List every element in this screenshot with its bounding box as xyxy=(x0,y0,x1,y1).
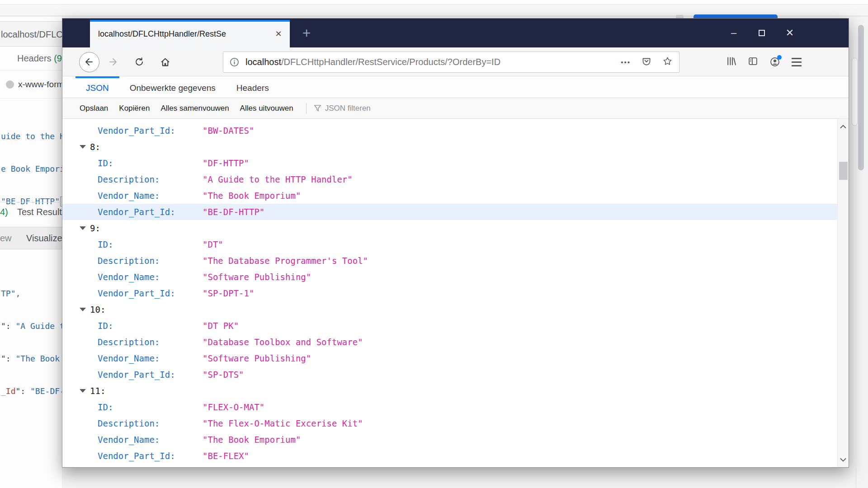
account-button[interactable] xyxy=(769,56,780,67)
background-body-type-row[interactable]: x-www-form xyxy=(0,70,62,99)
forward-button[interactable] xyxy=(103,47,123,76)
scrollbar-track[interactable] xyxy=(837,119,849,467)
new-tab-button[interactable]: + xyxy=(295,23,318,44)
code-line: TP", xyxy=(1,288,62,299)
json-key: Vendor_Part_Id: xyxy=(98,370,203,380)
collapse-twisty-icon[interactable] xyxy=(80,145,86,149)
code-string: "BE-DF-H xyxy=(30,386,62,396)
copy-button[interactable]: Kopiëren xyxy=(119,104,150,113)
json-key: Vendor_Part_Id: xyxy=(98,207,203,217)
preview-tab-label[interactable]: ew xyxy=(0,227,12,249)
json-value: "BE-DF-HTTP" xyxy=(203,207,264,217)
save-button[interactable]: Opslaan xyxy=(80,104,108,113)
json-tree-panel[interactable]: Vendor_Part_Id:"BW-DATES" 8: ID:"DF-HTTP… xyxy=(62,119,838,467)
json-value: "A Guide to the HTTP Handler" xyxy=(203,174,353,184)
json-row: Vendor_Part_Id:"SP-DTS" xyxy=(62,366,838,383)
background-headers-tab[interactable]: Headers (9) xyxy=(0,47,62,70)
json-value: "FLEX-O-MAT" xyxy=(203,402,264,412)
forward-icon xyxy=(108,57,118,67)
close-button[interactable]: ✕ xyxy=(776,19,804,47)
scrollbar-thumb[interactable] xyxy=(839,162,848,180)
json-row: Vendor_Part_Id:"BE-FLEX" xyxy=(62,448,838,464)
json-value: "SP-DTS" xyxy=(203,370,244,380)
json-key: ID: xyxy=(98,239,203,249)
background-app-left-panel: localhost/DFLCH Headers (9) x-www-form u… xyxy=(0,16,62,488)
json-row: Vendor_Name:"The Book Emporium" xyxy=(62,188,838,204)
collapse-twisty-icon[interactable] xyxy=(80,389,86,393)
scroll-up-arrow-icon[interactable] xyxy=(840,122,846,131)
code-key: _Id xyxy=(1,386,16,396)
json-array-index-row[interactable]: 10: xyxy=(62,301,838,318)
results-count-badge: 4) xyxy=(0,202,8,221)
background-request-tab[interactable]: localhost/DFLCH xyxy=(0,21,62,47)
visualize-tab-label[interactable]: Visualize xyxy=(26,227,62,249)
tab-title: localhost/DFLCHttpHandler/RestSe xyxy=(98,22,271,47)
array-index: 11: xyxy=(90,386,105,396)
headers-tab-label: Headers xyxy=(17,53,52,63)
toolbar-separator xyxy=(306,103,307,114)
json-array-index-row[interactable]: 8: xyxy=(62,139,838,155)
json-array-index-row[interactable]: 9: xyxy=(62,220,838,236)
menu-hamburger-icon[interactable] xyxy=(792,58,802,66)
json-value: "BW-DATES" xyxy=(203,126,254,136)
collapse-twisty-icon[interactable] xyxy=(80,308,86,311)
minimize-button[interactable]: – xyxy=(720,19,748,47)
json-key: Vendor_Name: xyxy=(98,191,203,201)
expand-all-button[interactable]: Alles uitvouwen xyxy=(240,104,293,113)
json-row: Vendor_Name:"The Book Emporium" xyxy=(62,432,838,448)
code-line: e Book Emporiu xyxy=(1,164,62,174)
code-punct: ": xyxy=(1,321,16,331)
json-value: "SP-DPT-1" xyxy=(203,288,254,298)
code-punct: ": xyxy=(1,354,16,363)
tab-title-fade xyxy=(255,22,271,47)
reload-button[interactable] xyxy=(129,47,149,76)
code-line: _Id": "BE-DF-H xyxy=(1,386,62,397)
json-key: Description: xyxy=(98,256,203,266)
json-key: Vendor_Name: xyxy=(98,272,203,282)
bookmark-star-icon[interactable] xyxy=(662,56,673,68)
background-scrollbar-track[interactable] xyxy=(852,58,858,126)
navigation-toolbar: localhost/DFLCHttpHandler/RestService/Pr… xyxy=(62,47,849,76)
json-filter-input[interactable] xyxy=(325,104,415,113)
tab-json[interactable]: JSON xyxy=(75,76,119,98)
library-icon[interactable] xyxy=(726,56,736,68)
sidebar-icon[interactable] xyxy=(748,56,758,68)
notification-dot xyxy=(777,55,782,60)
url-path: /DFLCHttpHandler/RestService/Products/?O… xyxy=(281,57,500,67)
json-viewer-tabbar: JSON Onbewerkte gegevens Headers xyxy=(62,76,849,98)
tab-raw-data[interactable]: Onbewerkte gegevens xyxy=(119,76,226,98)
json-value: "Database Toolbox and Software" xyxy=(203,337,363,347)
code-string: "The Book E xyxy=(16,354,62,363)
browser-tab[interactable]: localhost/DFLCHttpHandler/RestSe ✕ xyxy=(90,20,290,47)
collapse-twisty-icon[interactable] xyxy=(80,226,86,230)
page-actions-icon[interactable]: ••• xyxy=(621,58,631,66)
home-icon xyxy=(160,57,170,67)
scroll-down-arrow-icon[interactable] xyxy=(840,455,846,464)
code-line: ": "The Book E xyxy=(1,353,62,364)
array-index: 9: xyxy=(90,223,100,233)
json-value: "The Flex-O-Matic Excerise Kit" xyxy=(203,418,363,428)
background-scrollbar-thumb[interactable] xyxy=(858,25,864,170)
back-icon xyxy=(79,52,99,72)
firefox-window: localhost/DFLCHttpHandler/RestSe ✕ + – ✕ xyxy=(62,18,849,468)
collapse-all-button[interactable]: Alles samenvouwen xyxy=(160,104,229,113)
back-button[interactable] xyxy=(79,47,99,76)
json-value: "The Book Emporium" xyxy=(203,191,301,201)
json-value: "DT" xyxy=(203,239,223,249)
code-string: TP", xyxy=(1,289,20,298)
tab-headers[interactable]: Headers xyxy=(226,76,279,98)
json-row: Vendor_Part_Id:"SP-DPT-1" xyxy=(62,285,838,301)
titlebar[interactable]: localhost/DFLCHttpHandler/RestSe ✕ + – ✕ xyxy=(62,19,849,47)
background-test-results-tab[interactable]: 4) Test Results xyxy=(0,202,62,221)
home-button[interactable] xyxy=(155,47,175,76)
json-key: Vendor_Part_Id: xyxy=(98,126,203,136)
json-key: Description: xyxy=(98,418,203,428)
url-text[interactable]: localhost/DFLCHttpHandler/RestService/Pr… xyxy=(245,57,614,67)
radio-icon[interactable] xyxy=(6,80,14,89)
pocket-icon[interactable] xyxy=(642,56,651,68)
url-bar[interactable]: localhost/DFLCHttpHandler/RestService/Pr… xyxy=(223,52,679,73)
maximize-button[interactable] xyxy=(748,19,776,47)
tab-close-icon[interactable]: ✕ xyxy=(272,22,285,47)
site-info-icon[interactable] xyxy=(230,57,239,67)
json-array-index-row[interactable]: 11: xyxy=(62,383,838,399)
